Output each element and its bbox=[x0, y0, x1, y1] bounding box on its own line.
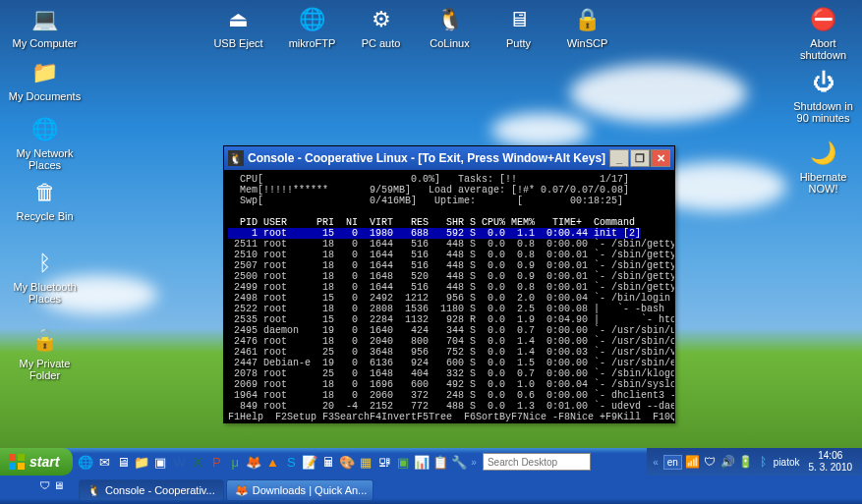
search-desktop-input[interactable] bbox=[483, 453, 591, 471]
ql-paint-icon[interactable]: 🎨 bbox=[338, 453, 356, 471]
ql-word-icon[interactable]: W bbox=[170, 453, 188, 471]
desktop-icon-shutdown-in-90-minutes[interactable]: ⏻Shutdown in 90 minutes bbox=[786, 67, 860, 124]
tray-shield-icon[interactable]: 🛡 bbox=[703, 455, 718, 470]
mem-meter: [!!!!!****** 9/59MB] bbox=[258, 185, 411, 196]
ql-ppt-icon[interactable]: P bbox=[207, 453, 225, 471]
icon-label: WinSCP bbox=[550, 37, 624, 49]
ql-excel-icon[interactable]: X bbox=[189, 453, 206, 471]
icon-label: My Documents bbox=[8, 90, 82, 102]
ql-firefox-icon[interactable]: 🦊 bbox=[245, 453, 262, 471]
icon-glyph: 📁 bbox=[29, 57, 61, 88]
uptime-meter: Uptime: [ 00:18:25] bbox=[434, 196, 623, 206]
tasks-meter: Tasks: [!! 1/17] bbox=[458, 174, 629, 185]
console-body[interactable]: CPU[ 0.0%] Tasks: [!! 1/17] Mem[!!!!!***… bbox=[224, 170, 674, 422]
desktop-icon-winscp[interactable]: 🔒WinSCP bbox=[550, 4, 624, 49]
ql-calc-icon[interactable]: 🖩 bbox=[319, 453, 337, 471]
ql-vlc-icon[interactable]: ▲ bbox=[263, 453, 281, 471]
ql-mail-icon[interactable]: ✉ bbox=[95, 453, 113, 471]
icon-label: My Bluetooth Places bbox=[8, 281, 82, 305]
ql-notepad-icon[interactable]: 📝 bbox=[301, 453, 318, 471]
desktop-icon-putty[interactable]: 🖥Putty bbox=[482, 4, 555, 49]
svg-rect-1 bbox=[18, 454, 25, 461]
tray2-shield-icon[interactable]: 🛡 bbox=[39, 479, 50, 491]
ql-desktop-icon[interactable]: 🖥 bbox=[114, 453, 132, 471]
icon-glyph: 🌙 bbox=[808, 138, 839, 169]
icon-glyph: ⛔ bbox=[808, 4, 839, 35]
task-icon: 🐧 bbox=[87, 483, 101, 497]
taskbar: start 🌐 ✉ 🖥 📁 ▣ W X P μ 🦊 ▲ S 📝 🖩 🎨 ▦ 🖳 … bbox=[0, 448, 862, 504]
task-label: Downloads | Quick An... bbox=[253, 484, 368, 496]
ql-tc-icon[interactable]: ▦ bbox=[357, 453, 374, 471]
tray-power-icon[interactable]: 🔋 bbox=[738, 455, 753, 470]
ql-app1-icon[interactable]: ▣ bbox=[394, 453, 412, 471]
ql-cmd-icon[interactable]: ▣ bbox=[151, 453, 169, 471]
icon-glyph: 🔒 bbox=[572, 4, 603, 35]
fn-bar: F1Help F2Setup F3SearchF4InvertF5Tree F6… bbox=[228, 412, 674, 422]
task-button[interactable]: 🦊Downloads | Quick An... bbox=[226, 479, 374, 501]
start-button[interactable]: start bbox=[0, 448, 73, 476]
icon-glyph: ⏏ bbox=[223, 4, 255, 35]
tray-clock[interactable]: 14:06 5. 3. 2010 bbox=[803, 450, 858, 474]
maximize-button[interactable]: ❐ bbox=[630, 149, 650, 167]
quick-launch: 🌐 ✉ 🖥 📁 ▣ W X P μ 🦊 ▲ S 📝 🖩 🎨 ▦ 🖳 ▣ 📊 📋 … bbox=[73, 448, 483, 476]
tray-time: 14:06 bbox=[809, 450, 852, 462]
titlebar[interactable]: 🐧 Console - Cooperative Linux - [To Exit… bbox=[224, 146, 674, 170]
desktop-icon-usb-eject[interactable]: ⏏USB Eject bbox=[201, 4, 275, 49]
process-list[interactable]: 2511 root 18 0 1644 516 448 S 0.0 0.8 0:… bbox=[228, 239, 674, 412]
desktop-icon-recycle-bin[interactable]: 🗑Recycle Bin bbox=[8, 177, 82, 222]
ql-app2-icon[interactable]: 📊 bbox=[413, 453, 431, 471]
icon-label: My Private Folder bbox=[8, 358, 82, 381]
icon-label: My Computer bbox=[8, 37, 82, 49]
process-row-selected[interactable]: 1 root 15 0 1980 688 592 S 0.0 1.1 0:00.… bbox=[228, 228, 641, 239]
desktop-icon-my-documents[interactable]: 📁My Documents bbox=[8, 57, 82, 102]
ql-skype-icon[interactable]: S bbox=[282, 453, 300, 471]
icon-label: Recycle Bin bbox=[8, 210, 82, 222]
desktop-icon-mikroftp[interactable]: 🌐mikroFTP bbox=[275, 4, 349, 49]
ql-app3-icon[interactable]: 📋 bbox=[431, 453, 449, 471]
cpu-meter: [ 0.0%] bbox=[258, 174, 440, 185]
load-meter: Load average: [!#* 0.07/0.07/0.08] bbox=[429, 185, 629, 196]
task-icon: 🦊 bbox=[235, 483, 249, 497]
desktop-icon-colinux[interactable]: 🐧CoLinux bbox=[413, 4, 487, 49]
windows-logo-icon bbox=[8, 453, 26, 471]
tray-volume-icon[interactable]: 🔊 bbox=[720, 455, 735, 470]
icon-label: CoLinux bbox=[413, 37, 487, 49]
process-columns: PID USER PRI NI VIRT RES SHR S CPU% MEM%… bbox=[228, 217, 635, 228]
ql-putty-icon[interactable]: 🖳 bbox=[375, 453, 393, 471]
desktop-icon-pc-auto[interactable]: ⚙PC auto bbox=[344, 4, 418, 49]
ql-ie-icon[interactable]: 🌐 bbox=[77, 453, 94, 471]
icon-label: Shutdown in 90 minutes bbox=[786, 100, 860, 124]
tray-bluetooth-icon[interactable]: ᛒ bbox=[756, 455, 771, 470]
tray-overflow-icon[interactable]: « bbox=[651, 457, 661, 468]
icon-glyph: 🗑 bbox=[29, 177, 61, 208]
tray2-display-icon[interactable]: 🖥 bbox=[53, 479, 64, 491]
svg-rect-2 bbox=[9, 463, 16, 470]
desktop-icon-abort-shutdown[interactable]: ⛔Abort shutdown bbox=[786, 4, 860, 61]
icon-label: Hibernate NOW! bbox=[786, 171, 860, 195]
desktop-icon-hibernate-now-[interactable]: 🌙Hibernate NOW! bbox=[786, 138, 860, 195]
icon-glyph: 🐧 bbox=[434, 4, 466, 35]
icon-glyph: ⏻ bbox=[808, 67, 839, 98]
icon-glyph: 🖥 bbox=[503, 4, 535, 35]
tray-network-icon[interactable]: 📶 bbox=[685, 455, 700, 470]
desktop-icon-my-bluetooth-places[interactable]: ᛒMy Bluetooth Places bbox=[8, 248, 82, 305]
task-label: Console - Cooperativ... bbox=[105, 484, 215, 496]
language-indicator[interactable]: en bbox=[663, 455, 682, 470]
task-button[interactable]: 🐧Console - Cooperativ... bbox=[79, 479, 224, 501]
task-buttons: 🛡 🖥 🐧Console - Cooperativ...🦊Downloads |… bbox=[79, 476, 374, 504]
desktop-icon-my-network-places[interactable]: 🌐My Network Places bbox=[8, 114, 82, 171]
icon-label: PC auto bbox=[344, 37, 418, 49]
console-window[interactable]: 🐧 Console - Cooperative Linux - [To Exit… bbox=[223, 145, 675, 423]
icon-glyph: 💻 bbox=[29, 4, 61, 35]
ql-overflow-icon[interactable]: » bbox=[469, 457, 479, 468]
close-button[interactable]: ✕ bbox=[651, 149, 670, 167]
desktop-icon-my-computer[interactable]: 💻My Computer bbox=[8, 4, 82, 49]
ql-app4-icon[interactable]: 🔧 bbox=[450, 453, 468, 471]
desktop-icon-my-private-folder[interactable]: 🔒My Private Folder bbox=[8, 324, 82, 381]
swp-meter: [ 0/416MB] bbox=[258, 196, 417, 206]
icon-label: mikroFTP bbox=[275, 37, 349, 49]
minimize-button[interactable]: _ bbox=[609, 149, 629, 167]
ql-utorrent-icon[interactable]: μ bbox=[226, 453, 244, 471]
ql-explorer-icon[interactable]: 📁 bbox=[133, 453, 150, 471]
start-label: start bbox=[29, 454, 59, 470]
